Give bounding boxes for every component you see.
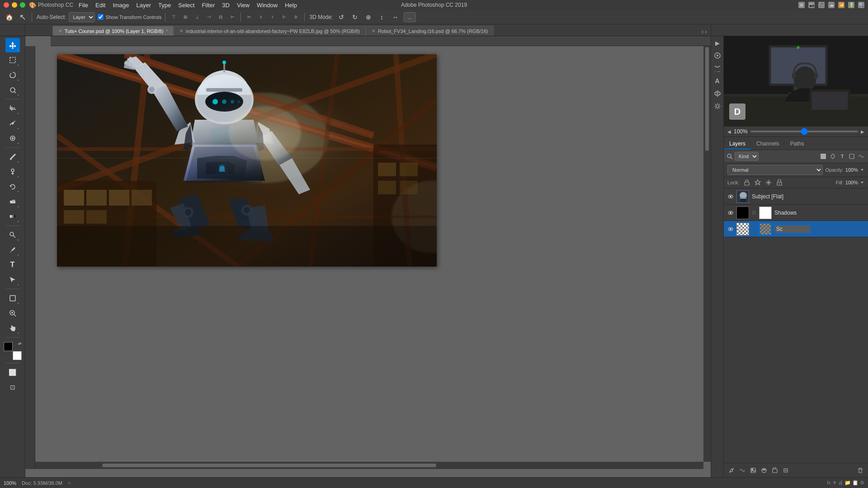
menu-layer[interactable]: Layer: [137, 2, 151, 9]
home-button[interactable]: 🏠: [4, 12, 14, 23]
layer-name-input-2[interactable]: [774, 225, 811, 233]
3d-panel-icon[interactable]: [712, 89, 722, 99]
add-mask-btn[interactable]: [749, 466, 757, 474]
lock-artboard-btn[interactable]: [775, 178, 783, 187]
doc-tab-2[interactable]: ✕ Robot_FV34_Landing.l16.psd @ 66.7% (RG…: [366, 26, 494, 36]
tab-scroll-arrow-right[interactable]: ›: [705, 28, 707, 36]
menu-window[interactable]: Window: [257, 2, 278, 9]
v-scrollbar-thumb[interactable]: [705, 47, 709, 151]
lock-position-btn[interactable]: [764, 178, 773, 187]
menu-filter[interactable]: Filter: [202, 2, 215, 9]
delete-layer-btn[interactable]: [856, 466, 864, 474]
move-tool-btn[interactable]: ↖: [17, 12, 28, 23]
menu-3d[interactable]: 3D: [222, 2, 230, 9]
type-tool[interactable]: T: [5, 258, 20, 272]
menu-type[interactable]: Type: [158, 2, 171, 9]
menu-image[interactable]: Image: [113, 2, 129, 9]
link-layers-btn[interactable]: [727, 466, 736, 474]
add-fx-btn[interactable]: [738, 466, 746, 474]
marquee-tool[interactable]: ▾: [5, 53, 20, 67]
mode-3d-btn4[interactable]: ↕: [377, 12, 387, 23]
doc-tab-close-1[interactable]: ✕: [179, 28, 183, 33]
dist-left[interactable]: ⊩: [280, 13, 289, 22]
doc-tab-close-0[interactable]: ✕: [58, 28, 62, 33]
filter-type-btn[interactable]: T: [838, 152, 846, 160]
hand-tool[interactable]: ▾: [5, 321, 20, 335]
transform-controls-label[interactable]: Show Transform Controls: [98, 14, 161, 20]
menu-file[interactable]: File: [79, 2, 88, 9]
search-type-dropdown[interactable]: Kind: [735, 152, 759, 161]
align-right-edge[interactable]: ⊢: [228, 13, 237, 22]
type-panel-icon[interactable]: A: [712, 76, 722, 86]
menu-edit[interactable]: Edit: [95, 2, 105, 9]
dodge-tool[interactable]: ▾: [5, 228, 20, 242]
doc-tab-0[interactable]: ✕ Tuts+ Course.psd @ 100% (Layer 1, RGB/…: [52, 26, 174, 36]
tab-scroll-arrow[interactable]: ‹: [701, 28, 703, 36]
layer-visibility-0[interactable]: [727, 193, 734, 200]
zoom-tool[interactable]: [5, 306, 20, 320]
minimize-btn[interactable]: [12, 2, 17, 8]
doc-tab-1[interactable]: ✕ industrial-interior-of-an-old-abandone…: [174, 26, 366, 36]
dist-bottom[interactable]: ⊦: [268, 13, 277, 22]
zoom-increase[interactable]: ▶: [861, 129, 864, 134]
screen-mode-btn[interactable]: ⊡: [5, 380, 20, 394]
quick-mask-btn[interactable]: ⬜: [5, 365, 20, 380]
mode-3d-btn1[interactable]: ↺: [336, 12, 347, 23]
layer-item-1[interactable]: ⛓ Shadows: [724, 205, 868, 221]
quick-select-tool[interactable]: ▾: [5, 83, 20, 97]
transform-controls-checkbox[interactable]: [98, 14, 104, 20]
more-options-btn[interactable]: ...: [404, 12, 416, 22]
eyedropper-tool[interactable]: ▾: [5, 116, 20, 131]
status-info-arrow[interactable]: >: [68, 480, 71, 486]
zoom-decrease[interactable]: ◀: [727, 129, 731, 134]
background-swatch[interactable]: [13, 351, 22, 360]
brush-tool[interactable]: ▾: [5, 150, 20, 164]
align-h-center[interactable]: ⊟: [216, 13, 225, 22]
filter-pixel-btn[interactable]: [819, 152, 827, 160]
menu-select[interactable]: Select: [178, 2, 194, 9]
layer-visibility-2[interactable]: [727, 226, 734, 232]
maximize-btn[interactable]: [20, 2, 25, 8]
crop-tool[interactable]: ▾: [5, 101, 20, 116]
move-tool[interactable]: ▾: [5, 38, 20, 52]
align-left-edge[interactable]: ⊣: [204, 13, 213, 22]
mode-3d-btn2[interactable]: ↻: [349, 12, 360, 23]
clone-tool[interactable]: ▾: [5, 164, 20, 179]
tab-layers[interactable]: Layers: [724, 139, 751, 150]
new-fill-layer-btn[interactable]: [760, 466, 768, 474]
pen-tool[interactable]: ▾: [5, 243, 20, 257]
filter-effect-btn[interactable]: [857, 152, 865, 160]
mode-3d-btn3[interactable]: ⊕: [363, 12, 374, 23]
menu-view[interactable]: View: [237, 2, 250, 9]
filter-shape-btn[interactable]: [848, 152, 856, 160]
close-btn[interactable]: [4, 2, 9, 8]
layer-visibility-1[interactable]: [727, 210, 734, 216]
tab-paths[interactable]: Paths: [785, 139, 810, 150]
lasso-tool[interactable]: ▾: [5, 68, 20, 82]
dist-h-center[interactable]: ⊪: [292, 13, 301, 22]
layer-item-0[interactable]: Subject [Flat]: [724, 188, 868, 205]
mode-3d-btn5[interactable]: ↔: [390, 12, 401, 23]
path-select-tool[interactable]: ▾: [5, 272, 20, 287]
filter-adjustment-btn[interactable]: [829, 152, 837, 160]
healing-tool[interactable]: ▾: [5, 131, 20, 145]
properties-icon[interactable]: [712, 101, 722, 111]
shape-tool[interactable]: ▾: [5, 291, 20, 305]
h-scrollbar[interactable]: [35, 462, 703, 469]
new-layer-btn[interactable]: [782, 466, 790, 474]
menu-help[interactable]: Help: [285, 2, 297, 9]
lock-paint-btn[interactable]: [754, 178, 762, 187]
zoom-slider[interactable]: [750, 131, 858, 132]
play-icon[interactable]: ▶: [712, 38, 722, 48]
tab-channels[interactable]: Channels: [751, 139, 785, 150]
dist-top[interactable]: ⊨: [245, 13, 254, 22]
history-brush[interactable]: ▾: [5, 179, 20, 194]
lock-transparency-btn[interactable]: [743, 178, 751, 187]
v-scrollbar[interactable]: [703, 46, 711, 462]
gradient-tool[interactable]: ▾: [5, 209, 20, 224]
dist-v-center[interactable]: ⊧: [256, 13, 265, 22]
align-v-center[interactable]: ⊞: [181, 13, 190, 22]
adjust-icon[interactable]: [712, 63, 722, 73]
blend-mode-dropdown[interactable]: Normal: [727, 165, 823, 175]
h-scrollbar-thumb[interactable]: [102, 464, 436, 467]
